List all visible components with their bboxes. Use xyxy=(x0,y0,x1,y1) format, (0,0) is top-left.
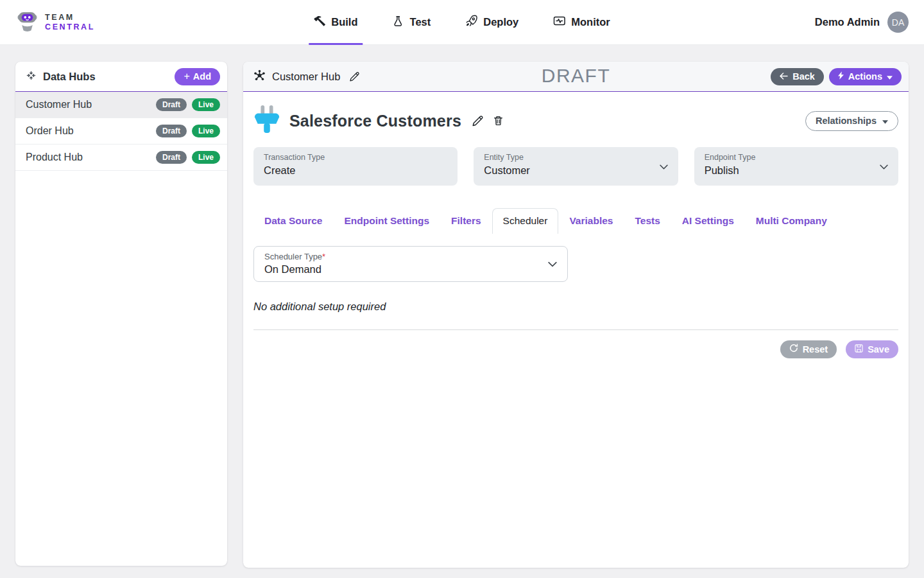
edit-hub-name-icon[interactable] xyxy=(349,71,360,82)
back-button[interactable]: Back xyxy=(771,68,824,85)
avatar[interactable]: DA xyxy=(887,12,909,33)
hub-badges: Draft Live xyxy=(156,98,220,111)
chevron-down-icon xyxy=(880,161,888,172)
hub-badges: Draft Live xyxy=(156,125,220,137)
hub-name: Order Hub xyxy=(26,125,74,137)
add-hub-label: Add xyxy=(193,71,211,82)
caret-down-icon xyxy=(882,116,888,126)
hub-badges: Draft Live xyxy=(156,151,220,164)
sidebar-item-customer-hub[interactable]: Customer Hub Draft Live xyxy=(15,92,227,118)
rocket-icon xyxy=(465,15,477,30)
tab-ai-settings[interactable]: AI Settings xyxy=(671,208,745,234)
tab-scheduler[interactable]: Scheduler xyxy=(492,208,559,234)
hub-name: Customer Hub xyxy=(26,99,92,110)
top-navbar: TEAM CENTRAL Build Test xyxy=(0,0,924,45)
panel-header-actions: Back Actions xyxy=(771,68,902,85)
tab-data-source[interactable]: Data Source xyxy=(253,208,333,234)
relationships-dropdown-button[interactable]: Relationships xyxy=(805,111,898,131)
tab-filters[interactable]: Filters xyxy=(440,208,492,234)
nav-tab-build[interactable]: Build xyxy=(309,0,363,45)
edit-connector-icon[interactable] xyxy=(472,115,484,127)
entity-type-label: Entity Type xyxy=(484,153,667,162)
nav-tab-deploy-label: Deploy xyxy=(483,16,518,28)
sidebar-item-product-hub[interactable]: Product Hub Draft Live xyxy=(15,144,227,171)
save-floppy-icon xyxy=(855,344,863,355)
user-name: Demo Admin xyxy=(815,16,880,28)
draft-badge[interactable]: Draft xyxy=(156,98,187,111)
nav-tab-monitor[interactable]: Monitor xyxy=(548,0,615,45)
draft-status-watermark: DRAFT xyxy=(542,65,611,87)
chevron-down-icon xyxy=(548,258,557,270)
endpoint-type-select[interactable]: Endpoint Type Publish xyxy=(694,147,898,186)
user-area: Demo Admin DA xyxy=(815,12,909,33)
live-badge[interactable]: Live xyxy=(192,151,220,164)
draft-badge[interactable]: Draft xyxy=(156,125,187,137)
nav-tab-monitor-label: Monitor xyxy=(571,16,610,28)
scheduler-type-select[interactable]: Scheduler Type* On Demand xyxy=(253,246,568,282)
panel-body: Salesforce Customers xyxy=(243,92,909,358)
connector-title-row: Salesforce Customers xyxy=(253,101,898,147)
sidebar-item-order-hub[interactable]: Order Hub Draft Live xyxy=(15,118,227,144)
robot-logo-icon xyxy=(15,9,39,35)
nav-tab-build-label: Build xyxy=(331,16,357,28)
caret-down-icon xyxy=(887,71,893,82)
transaction-type-label: Transaction Type xyxy=(264,153,447,162)
hub-name: Product Hub xyxy=(26,152,83,163)
scheduler-type-label: Scheduler Type* xyxy=(264,252,557,261)
live-badge[interactable]: Live xyxy=(192,125,220,137)
panel-hub-title: Customer Hub xyxy=(253,69,360,84)
monitor-chart-icon xyxy=(553,15,565,30)
sidebar-header: Data Hubs + Add xyxy=(15,62,227,92)
brand-logo: TEAM CENTRAL xyxy=(15,9,95,35)
connector-fields: Transaction Type Create Entity Type Cust… xyxy=(253,147,898,186)
add-hub-button[interactable]: + Add xyxy=(175,68,220,85)
chevron-down-icon xyxy=(660,161,668,172)
brand-line2: CENTRAL xyxy=(45,22,95,31)
save-button[interactable]: Save xyxy=(846,340,898,358)
nav-tab-test[interactable]: Test xyxy=(388,0,436,45)
data-hubs-icon xyxy=(26,70,37,83)
hub-network-icon xyxy=(253,69,266,84)
scheduler-type-value: On Demand xyxy=(264,263,557,276)
plus-icon: + xyxy=(184,71,189,82)
flask-icon xyxy=(393,15,404,30)
footer-actions: Reset Save xyxy=(253,340,898,358)
connector-title: Salesforce Customers xyxy=(289,112,461,130)
entity-type-select[interactable]: Entity Type Customer xyxy=(474,147,678,186)
nav-tab-deploy[interactable]: Deploy xyxy=(460,0,524,45)
delete-connector-icon[interactable] xyxy=(493,115,504,127)
hammer-icon xyxy=(314,15,325,30)
live-badge[interactable]: Live xyxy=(192,98,220,111)
tab-variables[interactable]: Variables xyxy=(558,208,624,234)
scheduler-type-label-text: Scheduler Type xyxy=(264,252,322,261)
footer-divider xyxy=(253,329,898,330)
data-hubs-sidebar: Data Hubs + Add Customer Hub Draft Live … xyxy=(15,62,227,566)
entity-type-value: Customer xyxy=(484,164,667,177)
transaction-type-field: Transaction Type Create xyxy=(253,147,458,186)
tab-endpoint-settings[interactable]: Endpoint Settings xyxy=(333,208,440,234)
panel-hub-name: Customer Hub xyxy=(272,71,340,83)
tab-tests[interactable]: Tests xyxy=(624,208,671,234)
brand-name: TEAM CENTRAL xyxy=(45,13,95,31)
plug-icon xyxy=(253,105,280,137)
config-tabs: Data Source Endpoint Settings Filters Sc… xyxy=(253,208,898,234)
actions-dropdown-button[interactable]: Actions xyxy=(829,68,902,85)
relationships-label: Relationships xyxy=(816,116,877,126)
required-asterisk: * xyxy=(322,252,325,261)
brand-line1: TEAM xyxy=(45,13,95,22)
refresh-icon xyxy=(789,344,798,355)
panel-header: Customer Hub DRAFT Back xyxy=(243,62,909,92)
sidebar-title: Data Hubs xyxy=(43,71,96,83)
transaction-type-value: Create xyxy=(264,164,447,177)
draft-badge[interactable]: Draft xyxy=(156,151,187,164)
reset-button[interactable]: Reset xyxy=(780,340,837,358)
tab-multi-company[interactable]: Multi Company xyxy=(745,208,838,234)
hub-detail-panel: Customer Hub DRAFT Back xyxy=(243,62,909,568)
no-setup-note: No additional setup required xyxy=(253,301,898,313)
back-label: Back xyxy=(792,71,815,82)
main-nav: Build Test Deploy xyxy=(309,0,615,45)
arrow-left-icon xyxy=(780,71,788,82)
nav-tab-test-label: Test xyxy=(410,16,431,28)
lightning-icon xyxy=(838,71,844,82)
actions-label: Actions xyxy=(848,71,882,82)
